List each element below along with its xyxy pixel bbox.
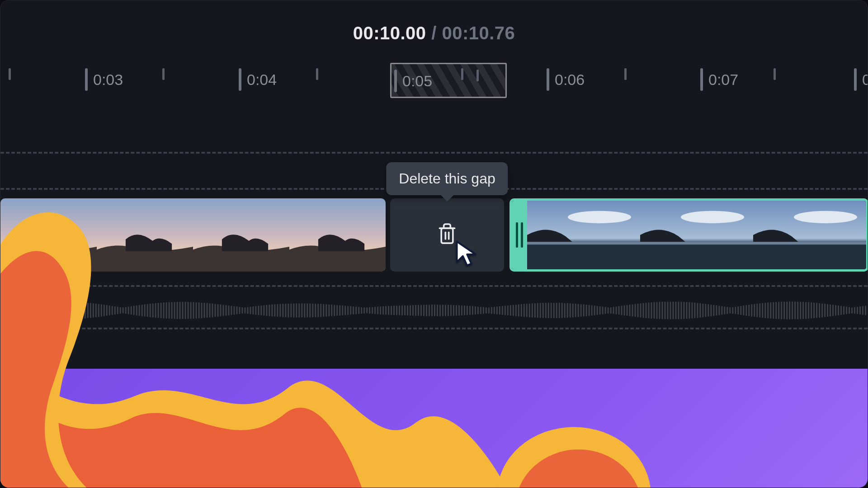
- svg-rect-173: [431, 305, 433, 316]
- svg-rect-187: [469, 306, 471, 315]
- svg-rect-164: [407, 305, 408, 316]
- svg-rect-36: [60, 301, 61, 319]
- svg-rect-72: [158, 303, 159, 318]
- svg-rect-264: [678, 302, 679, 319]
- timeline-gap[interactable]: [390, 198, 504, 272]
- svg-rect-77: [171, 302, 173, 319]
- svg-rect-275: [708, 304, 709, 317]
- svg-rect-262: [672, 301, 674, 319]
- svg-rect-226: [575, 304, 576, 317]
- video-clip-1[interactable]: [0, 198, 386, 272]
- svg-rect-93: [215, 304, 216, 317]
- svg-rect-286: [737, 306, 739, 314]
- svg-rect-245: [627, 305, 628, 316]
- svg-rect-192: [483, 307, 484, 314]
- svg-rect-278: [716, 305, 717, 316]
- svg-rect-332: [862, 306, 863, 314]
- svg-rect-196: [494, 307, 495, 314]
- svg-rect-251: [643, 303, 644, 318]
- svg-rect-181: [453, 305, 454, 316]
- svg-rect-188: [472, 306, 473, 315]
- svg-rect-57: [117, 307, 118, 314]
- svg-rect-18: [11, 306, 13, 315]
- svg-rect-69: [150, 304, 151, 317]
- svg-rect-61: [128, 307, 129, 314]
- svg-rect-56: [114, 306, 116, 314]
- svg-rect-114: [271, 305, 273, 317]
- svg-rect-224: [570, 303, 571, 318]
- svg-rect-186: [467, 306, 468, 315]
- timeline-ruler[interactable]: 0:05 0:030:040:060:070:: [0, 68, 868, 104]
- svg-rect-110: [260, 305, 262, 315]
- svg-rect-97: [225, 305, 226, 316]
- svg-rect-320: [830, 305, 831, 317]
- svg-rect-282: [726, 307, 728, 314]
- audio-track[interactable]: [0, 300, 868, 321]
- svg-rect-46: [87, 303, 89, 318]
- clip-trim-handle-left[interactable]: [512, 201, 527, 269]
- svg-rect-331: [859, 306, 861, 314]
- svg-rect-279: [718, 306, 720, 315]
- svg-rect-166: [412, 305, 414, 316]
- svg-rect-316: [819, 303, 820, 318]
- svg-rect-43: [79, 302, 80, 319]
- svg-rect-28: [38, 302, 40, 318]
- svg-rect-283: [729, 307, 731, 314]
- svg-rect-269: [691, 302, 693, 318]
- svg-rect-204: [515, 305, 517, 316]
- svg-rect-263: [675, 302, 676, 319]
- svg-rect-220: [559, 303, 560, 318]
- svg-rect-206: [521, 304, 522, 317]
- svg-rect-209: [529, 304, 530, 318]
- svg-rect-154: [380, 306, 381, 314]
- svg-rect-205: [518, 305, 519, 317]
- svg-rect-329: [854, 307, 855, 314]
- ruler-selection-range[interactable]: 0:05: [390, 63, 507, 98]
- svg-rect-21: [19, 305, 21, 316]
- svg-rect-197: [496, 306, 498, 314]
- svg-rect-64: [136, 305, 137, 315]
- svg-rect-152: [374, 307, 376, 314]
- svg-rect-74: [163, 302, 165, 318]
- video-track[interactable]: [0, 198, 868, 272]
- svg-rect-288: [743, 305, 744, 315]
- total-duration: 00:10.76: [442, 23, 515, 43]
- svg-rect-98: [228, 305, 229, 315]
- svg-rect-290: [748, 305, 750, 316]
- svg-rect-87: [198, 302, 200, 319]
- svg-rect-123: [296, 303, 297, 317]
- svg-rect-202: [510, 305, 511, 315]
- svg-rect-317: [821, 304, 823, 318]
- svg-rect-34: [55, 301, 56, 319]
- svg-rect-293: [756, 304, 758, 317]
- svg-rect-158: [391, 306, 392, 315]
- svg-rect-285: [735, 307, 736, 314]
- svg-rect-230: [586, 305, 587, 316]
- svg-rect-222: [564, 303, 566, 318]
- svg-rect-328: [851, 307, 853, 313]
- svg-rect-103: [241, 307, 243, 314]
- video-clip-2-selected[interactable]: [509, 198, 868, 272]
- svg-rect-182: [456, 305, 457, 316]
- svg-rect-149: [366, 307, 368, 313]
- svg-rect-297: [767, 303, 769, 319]
- svg-rect-229: [583, 305, 585, 317]
- svg-rect-218: [553, 303, 555, 318]
- svg-rect-111: [263, 305, 264, 315]
- svg-rect-131: [317, 304, 319, 317]
- svg-rect-150: [369, 307, 370, 314]
- svg-rect-213: [540, 303, 541, 318]
- svg-rect-242: [618, 306, 620, 314]
- svg-rect-172: [429, 305, 430, 316]
- svg-rect-294: [759, 303, 760, 317]
- svg-rect-113: [269, 305, 270, 316]
- svg-rect-165: [410, 305, 411, 315]
- svg-rect-86: [196, 302, 197, 319]
- svg-rect-120: [288, 304, 289, 318]
- svg-rect-106: [250, 307, 251, 314]
- svg-rect-112: [266, 305, 267, 316]
- svg-rect-65: [139, 305, 140, 316]
- svg-rect-82: [185, 302, 186, 319]
- svg-rect-75: [166, 302, 167, 319]
- svg-rect-37: [63, 301, 64, 319]
